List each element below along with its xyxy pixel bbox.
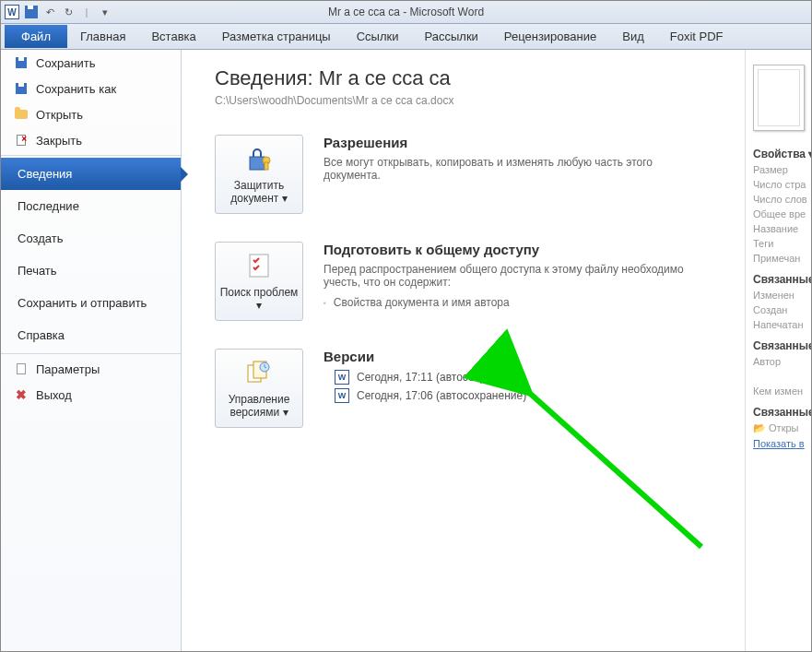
sidebar-label: Сохранить xyxy=(36,56,96,70)
related-dates-heading: Связанные xyxy=(753,273,804,286)
prop-modified: Изменен xyxy=(753,290,804,301)
backstage: Сохранить Сохранить как Открыть Закрыть … xyxy=(1,50,811,651)
qat-undo-icon[interactable]: ↶ xyxy=(43,6,56,18)
tab-references[interactable]: Ссылки xyxy=(344,25,412,48)
section-text: Перед распространением общего доступа к … xyxy=(324,263,711,289)
section-title: Разрешения xyxy=(324,135,711,150)
sidebar-recent[interactable]: Последние xyxy=(1,190,181,222)
checklist-icon xyxy=(244,251,274,280)
sidebar-label: Выход xyxy=(36,388,72,402)
section-text: Все могут открывать, копировать и изменя… xyxy=(324,156,711,182)
props-heading[interactable]: Свойства ▾ xyxy=(753,148,804,160)
separator xyxy=(1,353,181,354)
sidebar-label: Закрыть xyxy=(36,134,82,148)
related-docs-heading: Связанные xyxy=(753,406,804,419)
prop-lastmod-by: Кем измен xyxy=(753,385,804,397)
tab-review[interactable]: Рецензирование xyxy=(491,25,609,48)
sidebar-open[interactable]: Открыть xyxy=(1,101,181,127)
show-all-props[interactable]: Показать в xyxy=(753,438,804,449)
related-people-heading: Связанные xyxy=(753,339,804,352)
sidebar-new[interactable]: Создать xyxy=(1,222,181,255)
section-title: Подготовить к общему доступу xyxy=(324,242,711,257)
versions-body: Версии W Сегодня, 17:11 (автосохранение)… xyxy=(324,349,526,428)
version-item[interactable]: W Сегодня, 17:06 (автосохранение) xyxy=(335,388,526,403)
button-label: Управление версиями ▾ xyxy=(219,393,299,419)
ribbon-tabs: Файл Главная Вставка Разметка страницы С… xyxy=(1,24,811,50)
tab-foxit[interactable]: Foxit PDF xyxy=(657,25,736,48)
open-location-text: Откры xyxy=(769,422,798,433)
button-label: Защитить документ ▾ xyxy=(219,179,299,205)
tab-mailings[interactable]: Рассылки xyxy=(412,25,491,48)
word-doc-icon: W xyxy=(335,388,349,403)
prop-printed: Напечатан xyxy=(753,319,804,330)
qat-redo-icon[interactable]: ↻ xyxy=(62,6,75,18)
sidebar-label: Параметры xyxy=(36,362,100,376)
sidebar-label: Печать xyxy=(18,264,57,278)
sidebar-help[interactable]: Справка xyxy=(1,319,181,351)
save-icon xyxy=(14,55,29,70)
sidebar-print[interactable]: Печать xyxy=(1,255,181,287)
prop-words: Число слов xyxy=(753,194,804,205)
section-permissions: Защитить документ ▾ Разрешения Все могут… xyxy=(215,135,726,214)
prop-size: Размер xyxy=(753,164,804,175)
folder-open-icon xyxy=(14,107,29,122)
svg-rect-2 xyxy=(265,162,268,170)
page-title: Сведения: Mr а се сса са xyxy=(215,66,726,90)
sidebar-options[interactable]: Параметры xyxy=(1,356,181,382)
sidebar-info[interactable]: Сведения xyxy=(1,158,181,190)
tab-layout[interactable]: Разметка страницы xyxy=(209,25,344,48)
svg-rect-0 xyxy=(250,157,265,170)
section-prepare: Поиск проблем ▾ Подготовить к общему дос… xyxy=(215,242,726,321)
prop-author: Автор xyxy=(753,356,804,367)
sidebar-label: Создать xyxy=(18,231,63,245)
word-app-icon: W xyxy=(5,5,19,19)
tab-file[interactable]: Файл xyxy=(5,25,67,48)
sidebar-save-as[interactable]: Сохранить как xyxy=(1,76,181,101)
bullet-item: Свойства документа и имя автора xyxy=(324,296,711,309)
window-title: Mr а се сса са - Microsoft Word xyxy=(328,6,484,18)
sidebar-save[interactable]: Сохранить xyxy=(1,50,181,76)
properties-panel: Свойства ▾ Размер Число стра Число слов … xyxy=(745,50,811,651)
manage-versions-button[interactable]: Управление версиями ▾ xyxy=(215,349,303,428)
version-text: Сегодня, 17:06 (автосохранение) xyxy=(357,389,526,402)
prop-pages: Число стра xyxy=(753,179,804,190)
prop-tags: Теги xyxy=(753,238,804,249)
document-preview xyxy=(753,65,805,131)
sidebar-exit[interactable]: ✖ Выход xyxy=(1,382,181,408)
sidebar-share[interactable]: Сохранить и отправить xyxy=(1,287,181,319)
word-doc-icon: W xyxy=(335,370,349,385)
exit-icon: ✖ xyxy=(14,387,29,402)
quick-access-toolbar: ↶ ↻ | ▾ xyxy=(25,6,112,18)
sidebar-label: Сохранить как xyxy=(36,82,116,96)
sidebar-label: Сведения xyxy=(18,167,72,181)
sidebar-label: Сохранить и отправить xyxy=(18,296,147,310)
prop-created: Создан xyxy=(753,304,804,315)
version-item[interactable]: W Сегодня, 17:11 (автосохранение) xyxy=(335,370,526,385)
tab-insert[interactable]: Вставка xyxy=(138,25,208,48)
version-text: Сегодня, 17:11 (автосохранение) xyxy=(357,371,526,384)
file-path: C:\Users\woodh\Documents\Mr а се сса са.… xyxy=(215,94,726,107)
qat-save-icon[interactable] xyxy=(25,6,38,18)
qat-customize-icon[interactable]: ▾ xyxy=(99,6,112,18)
show-all-link[interactable]: Показать в xyxy=(753,438,805,449)
tab-home[interactable]: Главная xyxy=(67,25,138,48)
sidebar-label: Справка xyxy=(18,328,65,342)
separator xyxy=(1,155,181,156)
permissions-body: Разрешения Все могут открывать, копирова… xyxy=(324,135,711,214)
bullet-text: Свойства документа и имя автора xyxy=(334,296,510,309)
prop-title: Название xyxy=(753,223,804,234)
prepare-body: Подготовить к общему доступу Перед распр… xyxy=(324,242,711,321)
content: Сведения: Mr а се сса са C:\Users\woodh\… xyxy=(182,50,745,651)
protect-document-button[interactable]: Защитить документ ▾ xyxy=(215,135,303,214)
options-icon xyxy=(14,362,29,376)
tab-view[interactable]: Вид xyxy=(609,25,657,48)
check-issues-button[interactable]: Поиск проблем ▾ xyxy=(215,242,303,321)
lock-key-icon xyxy=(244,144,274,173)
button-label: Поиск проблем ▾ xyxy=(219,286,299,312)
close-doc-icon xyxy=(14,133,29,148)
open-location[interactable]: 📂 Откры xyxy=(753,422,804,434)
sidebar-close[interactable]: Закрыть xyxy=(1,127,181,153)
sidebar-label: Открыть xyxy=(36,108,83,122)
title-bar: W ↶ ↻ | ▾ Mr а се сса са - Microsoft Wor… xyxy=(1,1,811,24)
versions-icon xyxy=(244,358,274,387)
